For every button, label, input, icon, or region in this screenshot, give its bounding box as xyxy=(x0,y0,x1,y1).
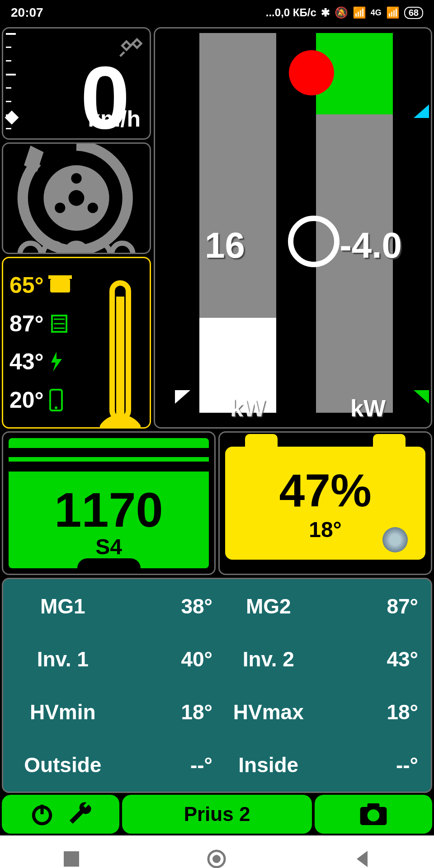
svg-rect-10 xyxy=(50,279,70,292)
svg-rect-26 xyxy=(64,851,79,867)
svg-rect-11 xyxy=(48,275,72,279)
red-indicator-icon xyxy=(289,50,334,95)
ring-indicator-icon xyxy=(288,216,340,267)
hvmax-value: 18° xyxy=(320,700,423,724)
brake-disc-icon xyxy=(11,142,142,254)
svg-point-28 xyxy=(212,855,221,863)
rpm-panel[interactable]: 1170 S4 xyxy=(2,431,216,575)
inv1-label: Inv. 1 xyxy=(11,647,114,671)
svg-point-3 xyxy=(55,203,65,213)
temps-grid-panel[interactable]: MG1 38° MG2 87° Inv. 1 40° Inv. 2 43° HV… xyxy=(2,578,432,793)
power-unit-left: kW xyxy=(230,395,265,422)
hvmax-label: HVmax xyxy=(217,700,320,724)
power-bar-left xyxy=(199,33,276,318)
power-panel[interactable]: 16 -4.0 kW kW xyxy=(154,27,432,429)
power-left-value: 16 xyxy=(205,225,245,266)
power-unit-right: kW xyxy=(350,395,386,422)
network-4g-icon: 4G xyxy=(371,8,382,18)
mg1-label: MG1 xyxy=(11,594,114,618)
temp-mg-value: 87° xyxy=(9,311,44,337)
temperatures-panel[interactable]: 65° 87° 43° 20° xyxy=(2,257,151,429)
alarm-off-icon: 🔕 xyxy=(335,6,348,19)
rpm-gear: S4 xyxy=(95,534,122,559)
vehicle-label: Prius 2 xyxy=(184,803,250,826)
inside-label: Inside xyxy=(217,753,320,777)
marker-cyan-icon xyxy=(414,104,429,118)
inv1-value: 40° xyxy=(114,647,217,671)
rpm-value: 1170 xyxy=(54,486,163,534)
hvmin-label: HVmin xyxy=(11,700,114,724)
speed-panel[interactable]: 0 km/h xyxy=(2,27,151,140)
vehicle-select-button[interactable]: Prius 2 xyxy=(122,795,312,834)
svg-point-9 xyxy=(112,243,132,254)
mg2-value: 87° xyxy=(320,594,423,618)
power-settings-button[interactable] xyxy=(2,795,119,834)
speed-unit: km/h xyxy=(88,106,141,132)
soc-value: 47% xyxy=(279,464,371,517)
inv2-value: 43° xyxy=(320,647,423,671)
camera-icon xyxy=(359,803,388,826)
mg2-label: MG2 xyxy=(217,594,320,618)
phone-icon xyxy=(48,389,64,411)
recent-apps-button[interactable] xyxy=(64,851,79,867)
home-button[interactable] xyxy=(207,849,226,868)
soc-temp: 18° xyxy=(309,517,342,542)
screenshot-button[interactable] xyxy=(315,795,432,834)
bluetooth-icon: ✱ xyxy=(321,6,330,19)
signal-icon-2: 📶 xyxy=(386,6,400,19)
svg-point-20 xyxy=(100,415,141,429)
temp-phone-value: 20° xyxy=(9,387,44,413)
soc-panel[interactable]: 47% 18° xyxy=(218,431,432,575)
status-data-rate: ...0,0 КБ/с xyxy=(266,6,316,19)
svg-point-1 xyxy=(69,190,85,206)
inv2-label: Inv. 2 xyxy=(217,647,320,671)
signal-icon: 📶 xyxy=(353,6,366,19)
thermometer-icon xyxy=(100,276,141,429)
status-bar: 20:07 ...0,0 КБ/с ✱ 🔕 📶 4G 📶 68 xyxy=(0,0,434,25)
svg-point-5 xyxy=(20,243,41,254)
status-time: 20:07 xyxy=(11,5,43,20)
svg-rect-19 xyxy=(116,297,124,419)
temp-engine-value: 65° xyxy=(9,272,44,298)
power-right-value: -4.0 xyxy=(340,225,402,266)
battery-icon: 68 xyxy=(404,7,423,19)
touch-indicator-icon xyxy=(382,527,408,552)
inside-value: --° xyxy=(320,753,423,777)
svg-point-17 xyxy=(55,406,57,409)
outside-value: --° xyxy=(114,753,217,777)
mg1-value: 38° xyxy=(114,594,217,618)
svg-rect-24 xyxy=(368,803,380,808)
hvmin-value: 18° xyxy=(114,700,217,724)
motor-icon xyxy=(48,314,70,334)
svg-point-2 xyxy=(71,173,81,184)
wrench-icon xyxy=(66,802,92,827)
power-icon xyxy=(29,802,55,827)
outside-label: Outside xyxy=(11,753,114,777)
engine-icon xyxy=(48,275,74,295)
svg-point-25 xyxy=(368,809,380,821)
back-button[interactable] xyxy=(354,850,370,868)
bolt-icon xyxy=(48,351,65,373)
temp-inverter-value: 43° xyxy=(9,349,44,375)
battery-terminal-icon xyxy=(373,434,406,450)
speed-ruler xyxy=(6,33,17,134)
android-nav-bar xyxy=(0,835,434,868)
marker-white-icon xyxy=(175,390,190,404)
brake-panel[interactable] xyxy=(2,142,151,254)
svg-point-4 xyxy=(88,203,98,213)
marker-green-icon xyxy=(414,390,429,404)
battery-terminal-icon xyxy=(245,434,278,450)
